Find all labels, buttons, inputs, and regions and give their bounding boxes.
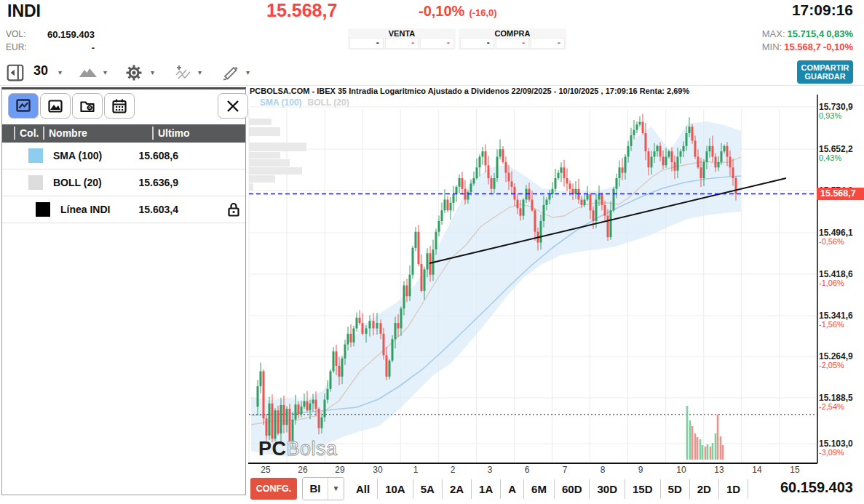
max-row: MAX: 15.715,4 0,83% — [762, 28, 853, 39]
collapse-panel-icon[interactable] — [6, 63, 25, 85]
bottom-bar: CONFG. BI ▼ All10A5A2A1AA6M60D30D15D5D2D… — [248, 475, 864, 504]
add-indicator-caret-icon[interactable]: ▾ — [198, 68, 202, 76]
indicator-chart-icon[interactable] — [8, 93, 39, 119]
min-percent: -0,10% — [823, 41, 853, 52]
period-button-15d[interactable]: 15D — [625, 483, 660, 495]
indicators-panel: Col. Nombre Ultimo SMA (100)15.608,6BOLL… — [1, 87, 246, 495]
period-button-1d[interactable]: 1D — [719, 483, 748, 495]
mode-caret-icon[interactable]: ▼ — [328, 478, 344, 500]
volume-row: VOL: 60.159.403 — [6, 29, 25, 39]
x-axis-label: 14 — [752, 465, 761, 475]
settings-gear-icon[interactable] — [125, 64, 143, 84]
min-label: MIN: — [762, 41, 782, 52]
period-button-10a[interactable]: 10A — [378, 483, 413, 495]
max-label: MAX: — [762, 28, 785, 39]
x-axis-label: 15 — [790, 465, 799, 475]
period-button-2d[interactable]: 2D — [690, 483, 718, 495]
period-buttons: All10A5A2A1AA6M60D30D15D5D2D1D — [349, 477, 748, 500]
watermark-pc: PC — [258, 438, 287, 460]
y-axis-label: 15.652,20,43% — [819, 145, 853, 162]
volume-value: 60.159.403 — [35, 29, 95, 40]
header: INDI VOL: 60.159.403 EUR: - 15.568,7 -0,… — [0, 0, 864, 59]
compra-label: COMPRA — [460, 29, 565, 38]
x-axis-label: 29 — [335, 465, 344, 475]
indicator-color-swatch[interactable] — [36, 202, 50, 217]
period-button-2a[interactable]: 2A — [443, 483, 471, 495]
x-axis-label: 25 — [261, 465, 270, 475]
col-header-col: Col. — [20, 127, 39, 139]
compra-group: COMPRA --- — [459, 28, 566, 50]
share-label: COMPARTIR — [801, 63, 849, 72]
max-percent: 0,83% — [826, 28, 853, 39]
change-percent: -0,10% — [419, 3, 464, 19]
folder-settings-icon[interactable] — [72, 93, 103, 119]
chart-type-icon[interactable] — [79, 65, 98, 81]
period-button-a[interactable]: A — [501, 483, 523, 495]
y-axis-labels: 15.730,90,93%15.652,20,43%15.574,015.496… — [819, 86, 864, 473]
session-time: 17:09:16 — [792, 1, 853, 19]
mode-value[interactable]: BI — [303, 478, 328, 500]
x-axis-label: 30 — [373, 465, 382, 475]
calendar-icon[interactable] — [104, 93, 135, 119]
share-save-button[interactable]: COMPARTIR GUARDAR — [797, 60, 853, 84]
close-panel-icon[interactable] — [218, 93, 248, 119]
period-button-60d[interactable]: 60D — [555, 483, 590, 495]
period-button-all[interactable]: All — [349, 483, 377, 495]
compra-cell: - — [496, 38, 530, 49]
x-axis-label: 7 — [563, 465, 568, 475]
chart-panel: PCBOLSA.COM - IBEX 35 Intradia Logaritmi… — [248, 86, 864, 473]
change-absolute: (-16,0) — [469, 7, 496, 18]
pcbolsa-watermark: PCBolsa — [258, 438, 338, 460]
compra-cell: - — [531, 38, 565, 49]
indicator-value: 15.608,6 — [117, 150, 178, 161]
period-button-30d[interactable]: 30D — [590, 483, 625, 495]
venta-cell: - — [385, 38, 419, 49]
y-axis-label: 15.496,1-0,56% — [819, 228, 853, 246]
y-axis-label: 15.418,6-1,06% — [819, 270, 853, 287]
x-axis-label: 10 — [676, 465, 686, 475]
settings-caret-icon[interactable]: ▾ — [151, 68, 154, 76]
period-button-1a[interactable]: 1A — [472, 483, 500, 495]
venta-label: VENTA — [349, 29, 454, 38]
indicator-name: Línea INDI — [60, 204, 110, 215]
col-header-ultimo: Ultimo — [158, 127, 190, 139]
eur-value: - — [35, 42, 95, 53]
indicator-color-swatch[interactable] — [28, 148, 43, 163]
draw-tools-icon[interactable] — [222, 65, 239, 84]
indicator-row[interactable]: SMA (100)15.608,6 — [2, 143, 245, 169]
y-axis-label: 15.264,9-2,05% — [819, 352, 853, 369]
indicator-name: SMA (100) — [53, 150, 102, 161]
add-indicator-icon[interactable] — [175, 65, 192, 84]
y-axis-label: 15.103,0-3,09% — [819, 439, 853, 457]
indicator-color-swatch[interactable] — [28, 175, 43, 190]
mode-combo[interactable]: BI ▼ — [302, 477, 344, 500]
indicator-value: 15.603,4 — [117, 204, 178, 215]
last-price: 15.568,7 — [266, 0, 337, 21]
x-axis-label: 6 — [525, 465, 530, 475]
indicator-row[interactable]: Línea INDI15.603,4 — [2, 196, 245, 223]
compra-cells: --- — [460, 38, 565, 49]
volume-profile-layer — [249, 119, 306, 191]
eur-label: EUR: — [6, 42, 27, 52]
interval-value[interactable]: 30 — [33, 63, 48, 79]
x-axis-label: 13 — [714, 465, 724, 475]
snapshot-image-icon[interactable] — [40, 93, 71, 119]
price-chart-svg[interactable] — [248, 86, 864, 473]
config-button[interactable]: CONFG. — [250, 478, 297, 500]
draw-tools-caret-icon[interactable]: ▾ — [246, 68, 250, 76]
period-button-5d[interactable]: 5D — [661, 483, 689, 495]
venta-group: VENTA --- — [348, 28, 456, 50]
chart-type-caret-icon[interactable]: ▾ — [103, 68, 107, 76]
indicator-value: 15.636,9 — [117, 177, 178, 188]
save-label: GUARDAR — [804, 72, 845, 81]
x-axis-label: 1 — [413, 465, 419, 475]
period-separator — [748, 479, 748, 499]
indicator-row[interactable]: BOLL (20)15.636,9 — [2, 169, 245, 196]
current-price-tag: 15.568,7 — [817, 188, 864, 200]
period-button-6m[interactable]: 6M — [524, 483, 554, 495]
y-axis-label: 15.341,6-1,56% — [819, 311, 853, 329]
min-value: 15.568,7 — [784, 41, 821, 52]
interval-caret-icon[interactable]: ▾ — [58, 68, 62, 76]
lock-icon[interactable] — [226, 201, 241, 220]
period-button-5a[interactable]: 5A — [413, 483, 442, 495]
